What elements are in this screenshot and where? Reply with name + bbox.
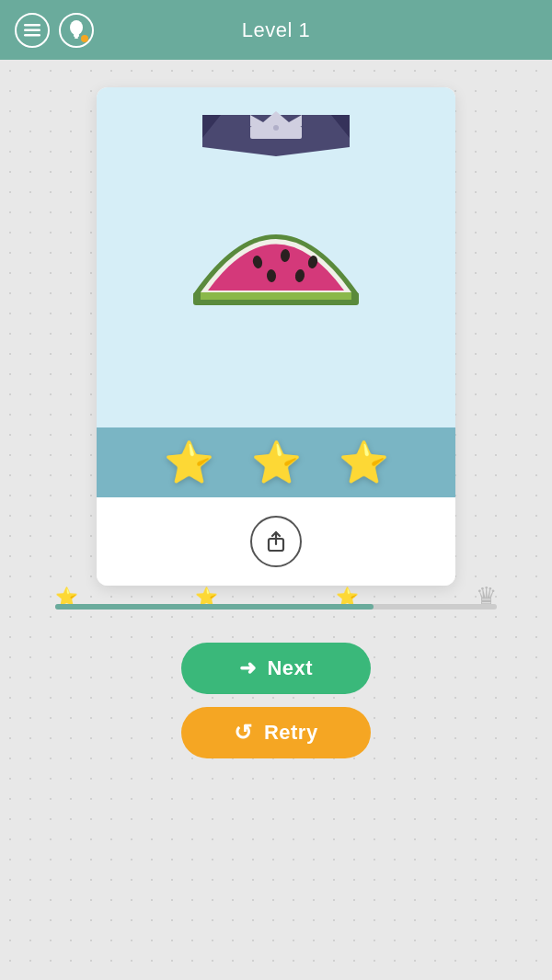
star-2: ⭐ [251, 442, 302, 483]
hint-icon[interactable] [59, 13, 94, 48]
share-area [97, 497, 455, 586]
star-1: ⭐ [164, 442, 214, 483]
svg-rect-5 [75, 37, 78, 39]
main-content: ⭐ ⭐ ⭐ ⭐ ⭐ ⭐ ♛ [0, 60, 552, 758]
svg-rect-1 [24, 28, 40, 31]
svg-rect-0 [24, 24, 40, 27]
header-left-icons [15, 13, 94, 48]
retry-button[interactable]: ↺ Retry [181, 707, 371, 758]
header: Level 1 [0, 0, 552, 60]
progress-area: ⭐ ⭐ ⭐ ♛ [0, 604, 552, 610]
progress-fill [55, 604, 374, 610]
watermelon-image [175, 193, 377, 340]
next-label: Next [267, 656, 313, 680]
progress-track [55, 604, 497, 610]
retry-label: Retry [264, 721, 318, 745]
svg-point-11 [273, 125, 279, 131]
stars-bar: ⭐ ⭐ ⭐ [97, 427, 455, 497]
buttons-area: ➜ Next ↺ Retry [181, 643, 371, 758]
game-card: ⭐ ⭐ ⭐ [97, 87, 455, 586]
next-icon: ➜ [239, 656, 257, 680]
menu-icon[interactable] [15, 13, 50, 48]
level-title: Level 1 [242, 18, 310, 42]
crown-banner [202, 106, 350, 156]
star-3: ⭐ [339, 442, 389, 483]
svg-rect-18 [201, 292, 351, 300]
share-button[interactable] [250, 516, 302, 567]
next-button[interactable]: ➜ Next [181, 643, 371, 694]
card-image-area [97, 87, 455, 427]
svg-rect-2 [24, 34, 40, 37]
svg-point-3 [70, 20, 83, 35]
svg-rect-4 [74, 34, 79, 37]
retry-icon: ↺ [234, 720, 253, 746]
